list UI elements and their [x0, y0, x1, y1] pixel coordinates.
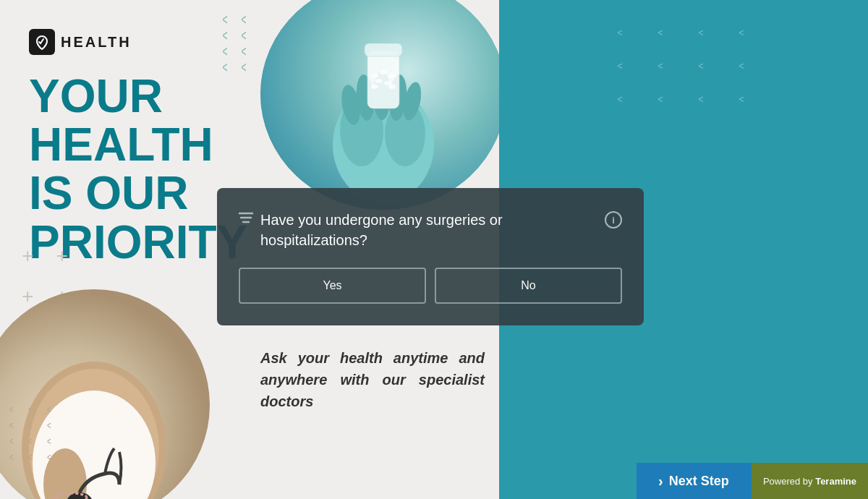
svg-rect-9 — [367, 51, 399, 108]
pill-bottle-illustration — [311, 0, 456, 188]
yes-button[interactable]: Yes — [239, 268, 426, 304]
headline-line3: IS OUR — [29, 169, 247, 218]
svg-point-15 — [384, 81, 391, 85]
subtitle-text: Ask your health anytime and anywhere wit… — [260, 347, 485, 412]
svg-point-14 — [375, 79, 383, 83]
headline-line2: HEALTH — [29, 121, 247, 169]
powered-by-prefix: Powered by Teramine — [763, 476, 856, 487]
powered-by-area: Powered by Teramine — [752, 463, 868, 499]
modal-buttons: Yes No — [239, 268, 622, 304]
next-step-arrow: › — [658, 473, 663, 490]
logo-area: HEALTH — [29, 29, 132, 55]
headline-line1: YOUR — [29, 72, 247, 121]
page-chevrons-bottom: ^ ^ ^ ^ ^ ^ ^ ^ ^ ^ ^ ^ — [0, 393, 62, 463]
next-step-label: Next Step — [669, 474, 729, 489]
logo-text: HEALTH — [61, 34, 132, 51]
filter-icon — [239, 211, 253, 227]
next-step-button[interactable]: › Next Step — [637, 463, 752, 499]
modal-header: Have you undergone any surgeries or hosp… — [239, 210, 622, 250]
svg-point-12 — [380, 70, 387, 74]
info-icon[interactable]: i — [605, 211, 622, 229]
svg-point-13 — [388, 74, 396, 78]
right-panel: ^ ^ ^ ^ ^ ^ ^ ^ ^ ^ ^ ^ Have you undergo… — [499, 0, 868, 499]
subtitle-box: Ask your health anytime and anywhere wit… — [246, 333, 499, 427]
svg-point-11 — [371, 74, 378, 78]
question-text: Have you undergone any surgeries or hosp… — [260, 210, 596, 250]
powered-by-brand: Teramine — [815, 476, 856, 487]
right-panel-chevrons: ^ ^ ^ ^ ^ ^ ^ ^ ^ ^ ^ ^ — [499, 7, 868, 113]
svg-point-16 — [371, 85, 378, 89]
svg-point-17 — [388, 85, 396, 89]
bottom-bar: › Next Step Powered by Teramine — [637, 463, 868, 499]
top-circle-image — [260, 0, 506, 210]
no-button[interactable]: No — [435, 268, 622, 304]
question-modal: Have you undergone any surgeries or hosp… — [217, 188, 644, 325]
health-logo-icon — [29, 29, 55, 55]
chevrons-right-decoration: ^ ^ ^ ^ ^ ^ ^ ^ — [221, 14, 253, 72]
headline: YOUR HEALTH IS OUR PRIORITY — [29, 72, 247, 267]
svg-rect-10 — [365, 43, 402, 56]
